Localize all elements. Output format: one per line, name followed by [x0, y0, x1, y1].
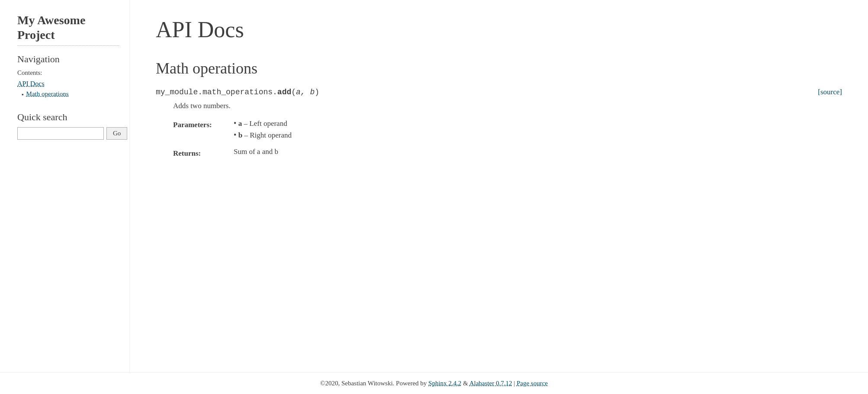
footer-and: &: [463, 380, 469, 387]
param-a-desc: Left operand: [249, 119, 287, 128]
source-link[interactable]: [source]: [818, 88, 842, 96]
module-path: my_module.math_operations.: [156, 88, 277, 96]
search-input[interactable]: [17, 127, 104, 140]
parameters-content: a – Left operand b – Right operand: [234, 119, 842, 147]
contents-label: Contents:: [17, 69, 119, 77]
param-a-name: a: [238, 119, 242, 128]
quick-search-heading: Quick search: [17, 112, 119, 123]
search-row: Go: [17, 127, 119, 140]
params-list: a – Left operand b – Right operand: [234, 119, 842, 140]
func-params: a, b: [296, 88, 315, 96]
params-table: Parameters: a – Left operand b – Right o…: [173, 119, 842, 158]
page-source-link[interactable]: Page source: [517, 380, 548, 387]
footer-powered-by: Powered by: [396, 380, 427, 387]
param-b-desc: Right operand: [250, 131, 292, 139]
func-description: Adds two numbers.: [173, 102, 842, 110]
footer-copyright: ©2020, Sebastian Witowski.: [320, 380, 394, 387]
project-title-link[interactable]: My Awesome Project: [17, 13, 85, 42]
page-title: API Docs: [156, 17, 842, 42]
parameters-row: Parameters: a – Left operand b – Right o…: [173, 119, 842, 147]
function-signature: my_module.math_operations.add(a, b): [156, 88, 842, 96]
param-a: a – Left operand: [234, 119, 842, 128]
param-b: b – Right operand: [234, 131, 842, 140]
footer: ©2020, Sebastian Witowski. Powered by Sp…: [0, 372, 868, 394]
math-operations-link[interactable]: Math operations: [26, 90, 69, 98]
section-title: Math operations: [156, 59, 842, 77]
sphinx-link[interactable]: Sphinx 2.4.2: [428, 380, 461, 387]
function-block: my_module.math_operations.add(a, b) [sou…: [156, 88, 842, 158]
nav-sub-item: Math operations: [22, 90, 119, 99]
alabaster-link[interactable]: Alabaster 0.7.12: [469, 380, 512, 387]
param-b-name: b: [238, 131, 242, 139]
returns-content: Sum of a and b: [234, 147, 842, 158]
navigation-heading: Navigation: [17, 54, 119, 65]
returns-row: Returns: Sum of a and b: [173, 147, 842, 158]
returns-label: Returns:: [173, 147, 234, 158]
project-title[interactable]: My Awesome Project: [17, 13, 119, 46]
api-docs-link[interactable]: API Docs: [17, 80, 119, 88]
func-name: add: [277, 88, 291, 96]
sidebar: My Awesome Project Navigation Contents: …: [0, 0, 130, 394]
search-go-button[interactable]: Go: [106, 127, 127, 140]
parameters-label: Parameters:: [173, 119, 234, 147]
footer-separator: |: [514, 380, 517, 387]
main-content: API Docs Math operations my_module.math_…: [130, 0, 868, 394]
